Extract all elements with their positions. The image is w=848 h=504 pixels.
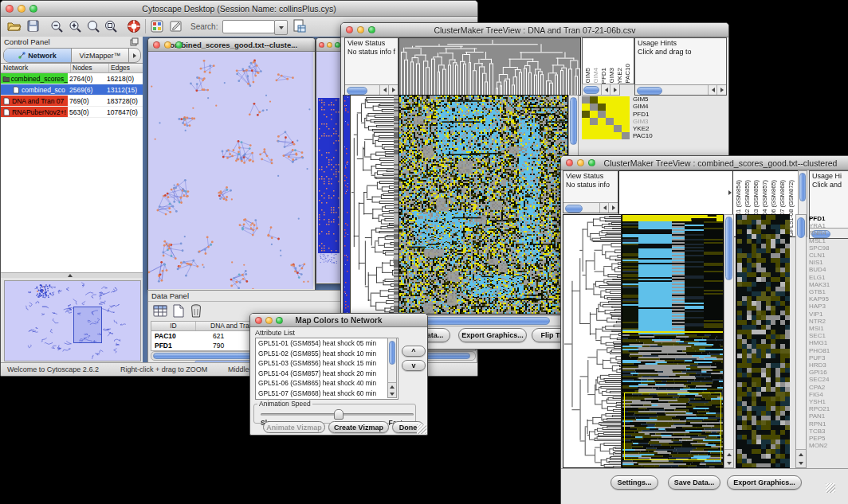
move-up-button[interactable]: ^ bbox=[402, 346, 426, 357]
gene-label[interactable]: HRD3 bbox=[809, 361, 848, 369]
attribute-list-item[interactable]: GPL51-01 (GSM854) heat shock 05 min bbox=[256, 338, 398, 349]
attribute-list-item[interactable]: GPL51-06 (GSM865) heat shock 40 min bbox=[256, 378, 398, 389]
network-table-row[interactable]: RNAPuberNov2+!563(0)107847(0) bbox=[1, 107, 143, 118]
zoom-row-label[interactable]: GIM3 bbox=[633, 118, 693, 125]
tab-overflow-button[interactable] bbox=[129, 49, 140, 62]
minimize-button[interactable] bbox=[327, 42, 332, 48]
col-edges[interactable]: Edges bbox=[109, 64, 143, 72]
column-label[interactable]: YKE2 bbox=[616, 68, 623, 84]
zoom-button[interactable] bbox=[29, 5, 37, 13]
zoom-out-icon[interactable] bbox=[50, 20, 64, 33]
gene-label[interactable]: NTR2 bbox=[809, 318, 848, 325]
tv1-collabels-hscrollbar[interactable] bbox=[582, 84, 620, 96]
table-mode-icon[interactable] bbox=[153, 304, 168, 318]
gene-label[interactable]: PHO81 bbox=[809, 347, 848, 354]
column-label[interactable]: PAC10 bbox=[624, 64, 631, 84]
zoom-button[interactable] bbox=[175, 41, 183, 49]
annotation-icon[interactable] bbox=[170, 20, 184, 33]
attribute-list-item[interactable]: GPL51-03 (GSM856) heat shock 15 min bbox=[256, 358, 398, 369]
gene-label[interactable]: HMG1 bbox=[809, 339, 848, 346]
minimize-button[interactable] bbox=[357, 26, 364, 33]
network-table-row[interactable]: DNA and Tran 07769(0)183728(0) bbox=[1, 96, 143, 107]
gene-label[interactable]: MSI1 bbox=[809, 325, 848, 332]
zoom-row-label[interactable]: PFD1 bbox=[633, 111, 693, 118]
settings-button[interactable]: Settings... bbox=[610, 475, 658, 490]
gene-label[interactable]: SPC98 bbox=[809, 244, 848, 252]
close-button[interactable] bbox=[319, 42, 324, 48]
zoom-button[interactable] bbox=[276, 317, 283, 324]
gene-label[interactable]: RPN1 bbox=[809, 420, 848, 428]
tv1-heatmap-canvas[interactable] bbox=[398, 95, 568, 315]
minimize-button[interactable] bbox=[18, 5, 26, 13]
network-table-row[interactable]: combined_sco2569(6)13112(15) bbox=[1, 84, 143, 96]
tab-network[interactable]: Network bbox=[4, 49, 72, 62]
gene-label[interactable]: BUD4 bbox=[809, 266, 848, 273]
network-view-titlebar[interactable]: combined_scores_good.txt--cluste... bbox=[148, 38, 315, 52]
tv1-zoom-row-labels[interactable]: GIM5GIM4PFD1GIM3YKE2PAC10 bbox=[633, 96, 693, 142]
float-panel-icon[interactable] bbox=[130, 37, 139, 46]
column-label[interactable]: GIM3 bbox=[608, 68, 615, 84]
attribute-list-item[interactable]: GPL51-04 (GSM857) heat shock 20 min bbox=[256, 369, 398, 379]
tab-vizmapper[interactable]: VizMapper™ bbox=[72, 49, 129, 62]
gene-label[interactable]: YRA1 bbox=[809, 222, 848, 229]
close-button[interactable] bbox=[6, 5, 14, 13]
zoom-row-label[interactable]: PAC10 bbox=[633, 132, 693, 139]
gene-label[interactable]: GTB1 bbox=[809, 288, 848, 295]
zoom-selected-icon[interactable] bbox=[87, 20, 100, 33]
tv2-gene-labels[interactable]: PFD1YRA1RNR4MSL1SPC98CLN1NIS1BUD4ELG1MAK… bbox=[809, 215, 848, 467]
close-button[interactable] bbox=[255, 317, 262, 324]
main-titlebar[interactable]: Cytoscape Desktop (Session Name: collins… bbox=[1, 1, 477, 17]
view-status-hscrollbar[interactable] bbox=[345, 84, 398, 95]
import-table-icon[interactable] bbox=[292, 19, 307, 33]
gene-label[interactable]: MAK31 bbox=[809, 281, 848, 288]
speed-slider-thumb[interactable] bbox=[334, 409, 344, 420]
col-id[interactable]: ID bbox=[151, 322, 196, 330]
gene-label[interactable]: PFD1 bbox=[809, 215, 848, 222]
save-icon[interactable] bbox=[27, 20, 40, 33]
gene-label[interactable]: FIG4 bbox=[809, 391, 848, 398]
panel-splitter[interactable] bbox=[1, 272, 143, 278]
gene-label[interactable]: HAP3 bbox=[809, 303, 848, 310]
column-label[interactable]: GIM4 bbox=[592, 68, 599, 84]
gene-label[interactable]: ELG1 bbox=[809, 274, 848, 281]
attribute-list-item[interactable]: GPL51-02 (GSM855) heat shock 10 min bbox=[256, 349, 398, 359]
tv2-zoom-heatmap-canvas[interactable] bbox=[736, 214, 790, 468]
gene-label[interactable]: RNR4 bbox=[809, 229, 848, 236]
help-lifering-icon[interactable] bbox=[127, 19, 141, 33]
search-input[interactable] bbox=[222, 20, 275, 33]
attribute-list-vscrollbar[interactable] bbox=[387, 338, 397, 398]
gene-label[interactable]: CPA2 bbox=[809, 384, 848, 391]
network-overview-canvas[interactable] bbox=[4, 280, 141, 361]
col-network[interactable]: Network bbox=[1, 64, 71, 72]
export-graphics-button[interactable]: Export Graphics... bbox=[727, 475, 802, 490]
delete-attribute-icon[interactable] bbox=[190, 303, 202, 318]
tv2-heatmap-canvas[interactable] bbox=[622, 214, 724, 468]
second-network-canvas[interactable] bbox=[316, 52, 341, 283]
resize-grip[interactable] bbox=[417, 424, 426, 434]
tv2-row-dendrogram-canvas[interactable] bbox=[563, 214, 622, 468]
move-down-button[interactable]: v bbox=[402, 360, 426, 371]
close-button[interactable] bbox=[566, 159, 573, 166]
save-data-button[interactable]: Save Data... bbox=[668, 475, 720, 490]
gene-label[interactable]: YSH1 bbox=[809, 398, 848, 405]
attribute-list-item[interactable]: GPL51-07 (GSM868) heat shock 60 min bbox=[256, 389, 398, 399]
col-nodes[interactable]: Nodes bbox=[71, 64, 109, 72]
vizmapper-icon[interactable] bbox=[151, 20, 163, 33]
minimize-button[interactable] bbox=[577, 159, 584, 166]
column-label[interactable]: GIM5 bbox=[584, 68, 591, 84]
treeview2-titlebar[interactable]: ClusterMaker TreeView : combined_scores_… bbox=[561, 156, 848, 170]
gene-label[interactable]: MON2 bbox=[809, 442, 848, 449]
gene-label[interactable]: TCB3 bbox=[809, 428, 848, 435]
gene-label[interactable]: SEC24 bbox=[809, 376, 848, 383]
tv1-zoom-matrix[interactable] bbox=[582, 96, 630, 139]
close-button[interactable] bbox=[153, 41, 160, 49]
network-table-row[interactable]: combined_scores_2764(0)16218(0) bbox=[1, 73, 143, 84]
treeview1-titlebar[interactable]: ClusterMaker TreeView : DNA and Tran 07-… bbox=[341, 23, 728, 37]
minimize-button[interactable] bbox=[164, 41, 171, 49]
tv1-row-dendrogram-canvas[interactable] bbox=[350, 95, 400, 315]
gene-label[interactable]: PEP5 bbox=[809, 435, 848, 442]
network-view-canvas[interactable] bbox=[148, 52, 313, 289]
map-dialog-titlebar[interactable]: Map Colors to Network bbox=[250, 314, 427, 327]
new-attribute-icon[interactable] bbox=[172, 304, 186, 318]
tv1-column-dendrogram-canvas[interactable] bbox=[398, 37, 581, 96]
